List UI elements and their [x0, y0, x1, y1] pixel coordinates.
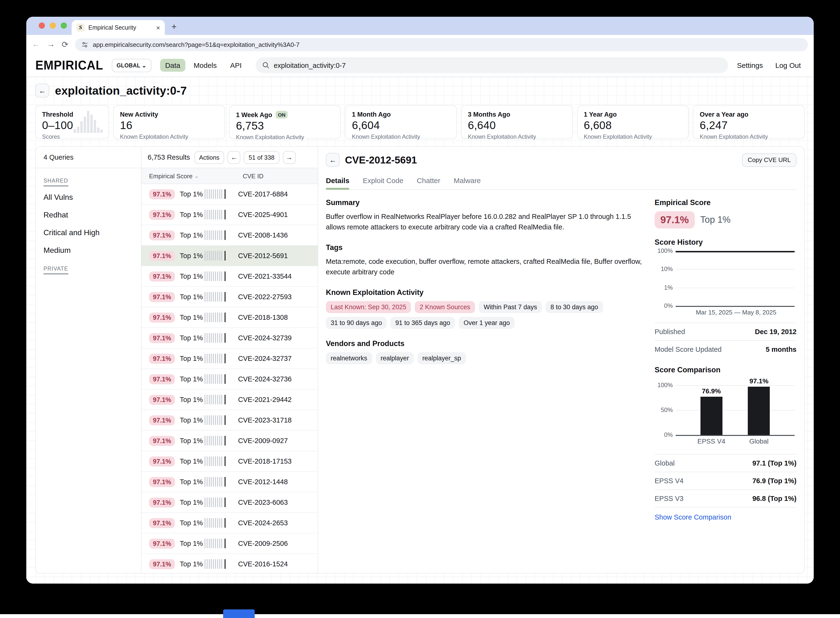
row-score-badge: 97.1% — [149, 518, 175, 528]
stat-card: 1 Week Ago ON 6,753 Known Exploitation A… — [229, 105, 341, 139]
row-score-badge: 97.1% — [149, 395, 175, 405]
query-group-shared: SHAREDAll VulnsRedhatCritical and HighMe… — [43, 176, 133, 255]
result-row[interactable]: 97.1% Top 1% CVE-2023-6063 — [141, 492, 318, 513]
history-ytick: 100% — [657, 248, 673, 254]
bottom-accent — [223, 609, 255, 618]
window-controls — [39, 22, 67, 29]
row-percentile: Top 1% — [180, 355, 205, 362]
vendor-pill[interactable]: realplayer_sp — [418, 352, 466, 364]
tab-title: Empirical Security — [88, 24, 153, 31]
detail-content: Summary Buffer overflow in RealNetworks … — [326, 190, 797, 521]
comparison-ytick: 0% — [664, 432, 673, 438]
row-cve-id: CVE-2017-6884 — [238, 190, 288, 198]
result-row[interactable]: 97.1% Top 1% CVE-2008-1436 — [141, 225, 318, 246]
search-input[interactable]: exploitation_activity:0-7 — [256, 57, 729, 73]
close-window-button[interactable] — [39, 22, 45, 29]
score-distribution-sparkline-icon — [205, 272, 226, 281]
result-row[interactable]: 97.1% Top 1% CVE-2018-1308 — [141, 308, 318, 328]
result-row[interactable]: 97.1% Top 1% CVE-2022-27593 — [141, 287, 318, 308]
stats-row: Threshold 0–100 Scores New Activity 16 K… — [36, 105, 804, 139]
nav-item-models[interactable]: Models — [188, 59, 222, 72]
score-row-label: Global — [654, 459, 675, 467]
result-row[interactable]: 97.1% Top 1% CVE-2009-0927 — [141, 431, 318, 451]
query-item[interactable]: Medium — [43, 246, 133, 255]
result-row[interactable]: 97.1% Top 1% CVE-2012-1448 — [141, 472, 318, 492]
query-item[interactable]: Redhat — [43, 211, 133, 219]
sort-chevron-icon: ⌄ — [194, 173, 199, 179]
result-row[interactable]: 97.1% Top 1% CVE-2009-2506 — [141, 533, 318, 554]
tab-chatter[interactable]: Chatter — [417, 176, 440, 189]
detail-back-button[interactable]: ← — [326, 153, 340, 167]
result-row[interactable]: 97.1% Top 1% CVE-2018-17153 — [141, 451, 318, 472]
detail-title: CVE-2012-5691 — [345, 154, 736, 166]
score-distribution-sparkline-icon — [205, 559, 226, 569]
query-item[interactable]: Critical and High — [43, 229, 133, 237]
reload-icon[interactable]: ⟳ — [62, 39, 68, 49]
score-rows: Global97.1 (Top 1%)EPSS V476.9 (Top 1%)E… — [654, 454, 797, 508]
column-empirical-score[interactable]: Empirical Score ⌄ — [149, 172, 243, 180]
query-item[interactable]: All Vulns — [43, 193, 133, 202]
next-page-button[interactable]: → — [283, 151, 295, 164]
row-cve-id: CVE-2012-5691 — [238, 252, 288, 260]
tab-details[interactable]: Details — [326, 176, 349, 189]
close-tab-icon[interactable]: × — [156, 24, 160, 31]
tab-malware[interactable]: Malware — [454, 176, 481, 189]
page-indicator[interactable]: 51 of 338 — [244, 151, 279, 164]
row-cve-id: CVE-2016-1524 — [238, 560, 288, 568]
history-ytick: 10% — [661, 266, 673, 273]
result-row[interactable]: 97.1% Top 1% CVE-2016-1524 — [141, 554, 318, 573]
forward-icon[interactable]: → — [47, 40, 55, 49]
vendor-pill[interactable]: realplayer — [376, 352, 414, 364]
result-row[interactable]: 97.1% Top 1% CVE-2024-32736 — [141, 369, 318, 389]
site-settings-icon[interactable] — [82, 41, 89, 48]
row-score-badge: 97.1% — [149, 189, 175, 199]
score-comparison-heading: Score Comparison — [654, 365, 797, 374]
logout-link[interactable]: Log Out — [775, 61, 801, 69]
score-distribution-sparkline-icon — [205, 539, 226, 548]
result-row[interactable]: 97.1% Top 1% CVE-2024-2653 — [141, 513, 318, 533]
result-row[interactable]: 97.1% Top 1% CVE-2021-33544 — [141, 266, 318, 287]
new-tab-button[interactable]: + — [172, 22, 177, 32]
history-ytick: 0% — [664, 303, 673, 309]
score-sidebar: Empirical Score 97.1% Top 1% Score Histo… — [654, 198, 797, 521]
score-distribution-sparkline-icon — [205, 230, 226, 240]
score-row-value: 96.8 (Top 1%) — [752, 495, 797, 502]
zoom-window-button[interactable] — [61, 22, 67, 29]
result-row[interactable]: 97.1% Top 1% CVE-2017-6884 — [141, 184, 318, 205]
result-row[interactable]: 97.1% Top 1% CVE-2012-5691 — [141, 246, 318, 266]
minimize-window-button[interactable] — [50, 22, 56, 29]
region-selector[interactable]: GLOBAL ⌄ — [112, 59, 151, 72]
score-row-epss-v4: EPSS V476.9 (Top 1%) — [654, 472, 797, 489]
address-bar[interactable]: app.empiricalsecurity.com/search?page=51… — [75, 38, 808, 51]
kea-pill: Over 1 year ago — [459, 317, 515, 329]
actions-button[interactable]: Actions — [194, 151, 224, 164]
page-back-button[interactable]: ← — [36, 84, 49, 98]
empirical-logo[interactable]: EMPIRICAL — [36, 58, 103, 73]
vendor-pill[interactable]: realnetworks — [326, 352, 372, 364]
row-percentile: Top 1% — [180, 539, 205, 547]
row-score-badge: 97.1% — [149, 251, 175, 261]
kea-pill: Within Past 7 days — [479, 301, 542, 313]
back-icon[interactable]: ← — [32, 40, 40, 49]
row-percentile: Top 1% — [180, 560, 205, 568]
row-percentile: Top 1% — [180, 231, 205, 239]
browser-tab[interactable]: S Empirical Security × — [72, 20, 165, 35]
tab-exploit-code[interactable]: Exploit Code — [363, 176, 403, 189]
stat-value: 6,604 — [352, 119, 450, 132]
row-cve-id: CVE-2025-4901 — [238, 211, 288, 218]
settings-link[interactable]: Settings — [737, 61, 763, 69]
row-percentile: Top 1% — [180, 437, 205, 444]
result-row[interactable]: 97.1% Top 1% CVE-2021-29442 — [141, 389, 318, 410]
show-score-comparison-link[interactable]: Show Score Comparison — [654, 513, 731, 521]
query-group-label: PRIVATE — [43, 266, 68, 274]
result-row[interactable]: 97.1% Top 1% CVE-2024-32739 — [141, 328, 318, 348]
result-row[interactable]: 97.1% Top 1% CVE-2024-32737 — [141, 348, 318, 369]
nav-item-api[interactable]: API — [225, 59, 247, 72]
result-row[interactable]: 97.1% Top 1% CVE-2025-4901 — [141, 205, 318, 225]
result-row[interactable]: 97.1% Top 1% CVE-2023-31718 — [141, 410, 318, 431]
nav-item-data[interactable]: Data — [160, 59, 186, 72]
prev-page-button[interactable]: ← — [228, 151, 240, 164]
empirical-score-percentile: Top 1% — [700, 215, 730, 225]
copy-cve-url-button[interactable]: Copy CVE URL — [742, 153, 797, 166]
row-score-badge: 97.1% — [149, 271, 175, 281]
